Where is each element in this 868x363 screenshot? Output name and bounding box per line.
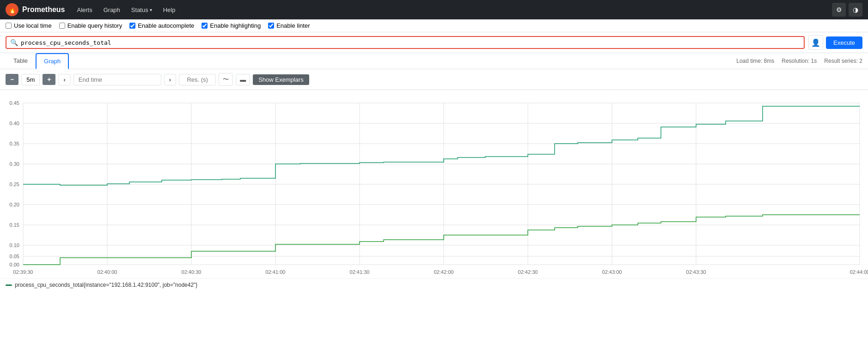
- svg-text:0.40: 0.40: [10, 121, 19, 126]
- svg-text:02:42:00: 02:42:00: [434, 269, 454, 275]
- enable-autocomplete-option[interactable]: Enable autocomplete: [129, 22, 194, 29]
- svg-text:0.30: 0.30: [10, 161, 19, 167]
- result-series: Result series: 2: [824, 58, 862, 64]
- svg-text:02:41:00: 02:41:00: [266, 269, 286, 275]
- svg-text:0.35: 0.35: [10, 141, 19, 146]
- enable-highlighting-checkbox[interactable]: [202, 23, 208, 29]
- enable-query-history-label: Enable query history: [67, 22, 122, 29]
- enable-autocomplete-label: Enable autocomplete: [138, 22, 194, 29]
- enable-highlighting-option[interactable]: Enable highlighting: [202, 22, 261, 29]
- legend: process_cpu_seconds_total{instance="192.…: [0, 278, 868, 291]
- chart-area: .grid-line { stroke: #e0e0e0; stroke-wid…: [0, 90, 868, 278]
- settings-button[interactable]: ⚙: [832, 3, 846, 17]
- zoom-in-button[interactable]: +: [43, 74, 55, 85]
- nav-fwd-button[interactable]: ›: [164, 74, 176, 85]
- tab-graph[interactable]: Graph: [36, 53, 69, 69]
- dark-mode-button[interactable]: ◑: [849, 3, 862, 17]
- svg-text:02:40:30: 02:40:30: [182, 269, 202, 275]
- svg-text:0.05: 0.05: [10, 254, 19, 259]
- zoom-out-button[interactable]: −: [6, 74, 18, 85]
- tabs: Table Graph: [6, 53, 69, 69]
- search-input-wrapper[interactable]: 🔍: [6, 36, 805, 49]
- navbar-nav: Alerts Graph Status ▾ Help: [72, 4, 180, 16]
- svg-text:02:43:00: 02:43:00: [602, 269, 622, 275]
- stacked-chart-button[interactable]: ▬: [236, 74, 250, 85]
- nav-alerts[interactable]: Alerts: [72, 4, 97, 16]
- enable-highlighting-label: Enable highlighting: [210, 22, 261, 29]
- resolution: Resolution: 1s: [782, 58, 817, 64]
- enable-linter-checkbox[interactable]: [268, 23, 274, 29]
- svg-text:0.25: 0.25: [10, 182, 19, 187]
- search-icon: 🔍: [10, 39, 18, 46]
- legend-color-1: [6, 284, 12, 286]
- graph-controls: − 5m + ‹ › 〜 ▬ Show Exemplars: [0, 69, 868, 90]
- legend-label-1: process_cpu_seconds_total{instance="192.…: [15, 282, 197, 288]
- enable-query-history-option[interactable]: Enable query history: [59, 22, 122, 29]
- enable-linter-label: Enable linter: [276, 22, 310, 29]
- execute-button[interactable]: Execute: [826, 36, 862, 49]
- chevron-down-icon: ▾: [150, 7, 152, 12]
- navbar-right: ⚙ ◑: [832, 3, 862, 17]
- enable-linter-option[interactable]: Enable linter: [268, 22, 310, 29]
- use-local-time-checkbox[interactable]: [6, 23, 12, 29]
- resolution-input[interactable]: [179, 74, 216, 85]
- svg-text:02:44:00: 02:44:00: [850, 269, 868, 275]
- end-time-input[interactable]: [73, 74, 161, 85]
- nav-status[interactable]: Status ▾: [127, 4, 157, 16]
- svg-text:0.20: 0.20: [10, 202, 19, 207]
- meta-info: Load time: 8ms Resolution: 1s Result ser…: [736, 58, 862, 64]
- use-local-time-option[interactable]: Use local time: [6, 22, 52, 29]
- line-chart-icon: 〜: [223, 76, 229, 83]
- duration-display: 5m: [21, 74, 40, 85]
- svg-text:02:42:30: 02:42:30: [518, 269, 538, 275]
- search-input[interactable]: [21, 39, 800, 46]
- show-exemplars-button[interactable]: Show Exemplars: [253, 74, 309, 85]
- svg-text:02:39:30: 02:39:30: [13, 269, 33, 275]
- search-options-button[interactable]: 👤: [808, 35, 823, 50]
- person-icon: 👤: [811, 38, 820, 47]
- load-time: Load time: 8ms: [736, 58, 774, 64]
- svg-text:0.15: 0.15: [10, 222, 19, 228]
- stacked-chart-icon: ▬: [240, 76, 246, 83]
- use-local-time-label: Use local time: [14, 22, 52, 29]
- tab-table[interactable]: Table: [6, 53, 36, 69]
- svg-text:0.00: 0.00: [10, 262, 19, 267]
- nav-graph[interactable]: Graph: [99, 4, 125, 16]
- main-chart: .grid-line { stroke: #e0e0e0; stroke-wid…: [0, 94, 868, 278]
- line-chart-button[interactable]: 〜: [219, 73, 233, 86]
- svg-text:0.45: 0.45: [10, 100, 19, 106]
- svg-text:02:41:30: 02:41:30: [350, 269, 370, 275]
- svg-text:02:43:30: 02:43:30: [686, 269, 706, 275]
- prometheus-logo: 🔥: [6, 3, 18, 16]
- legend-item: process_cpu_seconds_total{instance="192.…: [6, 282, 862, 288]
- search-actions: 👤 Execute: [808, 35, 862, 50]
- svg-text:0.10: 0.10: [10, 242, 19, 248]
- search-bar: 🔍 👤 Execute: [0, 32, 868, 53]
- nav-help[interactable]: Help: [159, 4, 180, 16]
- enable-autocomplete-checkbox[interactable]: [129, 23, 135, 29]
- navbar: 🔥 Prometheus Alerts Graph Status ▾ Help …: [0, 0, 868, 19]
- nav-back-button[interactable]: ‹: [58, 74, 70, 85]
- enable-query-history-checkbox[interactable]: [59, 23, 65, 29]
- chart-series-1: [23, 106, 860, 185]
- options-bar: Use local time Enable query history Enab…: [0, 19, 868, 32]
- chart-series-2: [23, 215, 860, 265]
- tabs-row: Table Graph Load time: 8ms Resolution: 1…: [0, 53, 868, 69]
- svg-text:02:40:00: 02:40:00: [98, 269, 117, 275]
- brand: 🔥 Prometheus: [6, 3, 65, 16]
- brand-name: Prometheus: [22, 6, 65, 14]
